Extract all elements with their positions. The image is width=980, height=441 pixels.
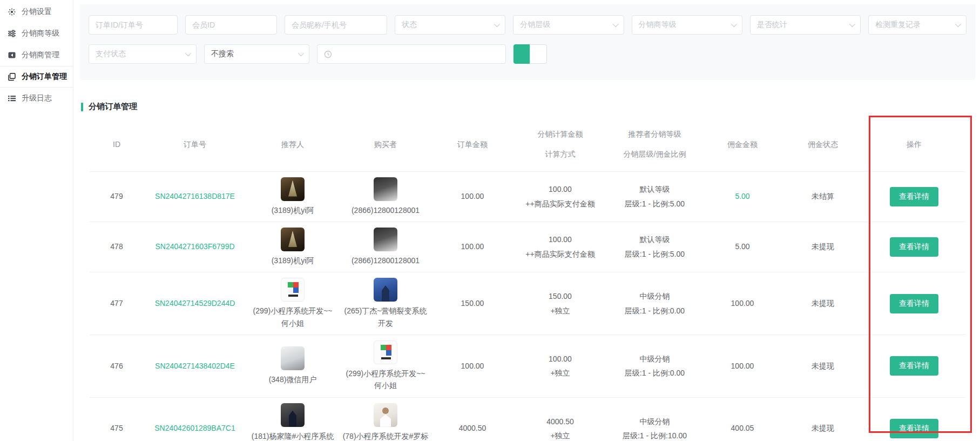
orders-table: ID订单号推荐人购买者订单金额分销计算金额计算方式推荐者分销等级分销层级/佣金比… [90,117,965,441]
view-detail-button[interactable]: 查看详情 [890,237,938,257]
person-cell: (348)微信用户 [246,335,339,398]
avatar [281,278,305,302]
commission-amount: 400.05 [702,397,783,441]
export-button[interactable] [530,44,547,64]
calc-amount: 4000.50 [516,415,604,429]
commission-amount: 100.00 [702,335,783,398]
clock-icon [324,50,332,58]
level-name: 中级分销 [611,289,699,304]
person-cell: (265)丁杰~营销裂变系统开发 [339,272,432,335]
order-id: 479 [90,171,144,222]
duplicate-select[interactable]: 检测重复记录 [868,15,967,35]
person-cell: (2866)12800128001 [339,222,432,272]
order-id: 476 [90,335,144,398]
avatar [281,177,305,201]
order-number-link[interactable]: SN2404271438402D4E [155,362,235,370]
member-id-input[interactable] [185,15,277,35]
order-no-cell: SN24042714529D244D [144,272,246,335]
search-mode-select[interactable]: 不搜索 [204,44,309,64]
person-cell: (3189)机yi阿 [246,171,339,222]
sidebar-item-label: 分销商等级 [22,29,59,38]
person-name: (2866)12800128001 [352,255,420,266]
order-no-cell: SN24042716138D817E [144,171,246,222]
avatar [374,177,397,201]
person-name: (2866)12800128001 [352,204,420,216]
date-range-picker[interactable] [317,44,506,64]
select-value: 支付状态 [96,49,126,59]
distributor-grade-select[interactable]: 分销商等级 [632,15,742,35]
avatar [374,340,397,364]
commission-status: 未结算 [783,171,863,222]
order-id-input[interactable] [89,15,178,35]
order-number-link[interactable]: SN24042714529D244D [155,299,235,308]
filter-actions [513,44,547,64]
pages-icon [8,72,16,81]
avatar [374,228,397,251]
action-cell: 查看详情 [863,171,965,222]
select-placeholder: 是否统计 [757,20,787,30]
stat-select[interactable]: 是否统计 [750,15,861,35]
calc-method: +独立 [516,366,604,380]
main-content: 状态分销层级分销商等级是否统计检测重复记录 支付状态不搜索 分销订单管理 ID订… [80,0,975,441]
table-row: 478SN2404271603F6799D(3189)机yi阿(2866)128… [90,222,965,272]
person-cell: (3189)机yi阿 [246,222,339,272]
chevron-down-icon [955,21,961,27]
order-amount: 100.00 [432,222,513,272]
view-detail-button[interactable]: 查看详情 [890,294,938,313]
sidebar-item-settings[interactable]: 分销设置 [0,1,73,23]
select-placeholder: 分销层级 [520,20,550,30]
view-detail-button[interactable]: 查看详情 [890,419,938,438]
column-header: 佣金金额 [702,117,783,171]
order-number-link[interactable]: SN2404271603F6799D [155,242,234,251]
chevron-down-icon [849,21,855,27]
order-number-link[interactable]: SN24042716138D817E [155,192,235,201]
calc-method: ++商品实际支付金额 [516,247,604,262]
calc-amount: 100.00 [516,352,604,366]
avatar [374,278,397,302]
commission-amount: 5.00 [702,222,783,272]
avatar [281,228,305,251]
calc-amount-method: 150.00+独立 [513,272,607,335]
status-select[interactable]: 状态 [395,15,505,35]
person-name: (181)杨家隆#小程序系统研发 [249,430,336,441]
calc-method: +独立 [516,429,604,441]
level-name: 默认等级 [611,182,699,197]
person-cell: (2866)12800128001 [339,171,432,222]
sidebar-item-distributors[interactable]: 分销商管理 [0,44,73,66]
calc-method: +独立 [516,304,604,318]
sidebar-item-label: 升级日志 [22,93,52,103]
select-placeholder: 状态 [402,20,417,30]
order-number-link[interactable]: SN24042601289BA7C1 [154,424,235,432]
order-id: 475 [90,397,144,441]
person-name: (348)微信用户 [269,373,317,385]
column-header: 佣金状态 [783,117,863,171]
sidebar-item-orders[interactable]: 分销订单管理 [0,66,73,88]
column-header: ID [90,117,144,171]
view-detail-button[interactable]: 查看详情 [890,356,938,376]
pay-status-select[interactable]: 支付状态 [89,44,197,64]
column-header: 订单号 [144,117,246,171]
referrer-level: 中级分销层级:1 - 比例:0.00 [607,335,702,398]
column-header: 推荐人 [246,117,339,171]
level-detail: 层级:1 - 比例:0.00 [611,304,699,318]
calc-amount: 100.00 [516,182,604,197]
sidebar: 分销设置分销商等级分销商管理分销订单管理升级日志 [0,0,73,441]
referrer-level: 默认等级层级:1 - 比例:5.00 [607,222,702,272]
table-title-block: 分销订单管理 [80,102,975,112]
order-no-cell: SN2404271603F6799D [144,222,246,272]
sidebar-item-label: 分销订单管理 [22,72,67,82]
sidebar-item-upgrade-log[interactable]: 升级日志 [0,88,73,109]
title-accent-bar [81,103,83,111]
nickname-phone-input[interactable] [285,15,387,35]
level-name: 中级分销 [611,352,699,366]
avatar [281,403,305,427]
view-detail-button[interactable]: 查看详情 [890,187,938,206]
search-button[interactable] [513,44,530,64]
level-select[interactable]: 分销层级 [513,15,624,35]
calc-method: ++商品实际支付金额 [516,197,604,211]
order-amount: 100.00 [432,335,513,398]
action-cell: 查看详情 [863,397,965,441]
order-amount: 100.00 [432,171,513,222]
select-placeholder: 分销商等级 [639,20,677,30]
sidebar-item-grades[interactable]: 分销商等级 [0,23,73,44]
